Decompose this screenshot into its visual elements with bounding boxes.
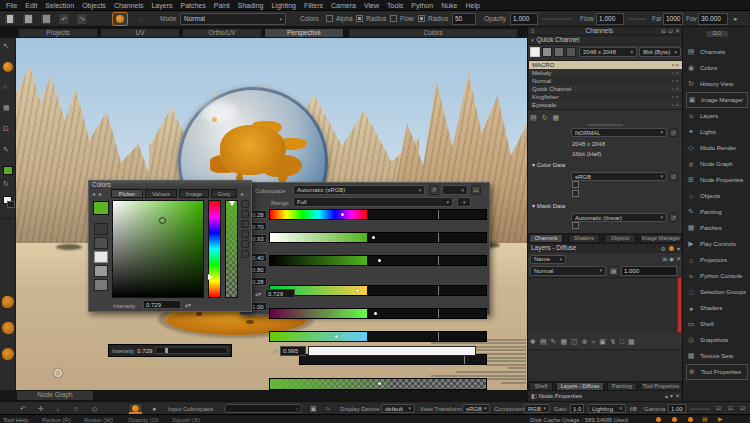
- node-props-dock-icon[interactable]: ◧: [531, 393, 537, 399]
- sidebar-item-tool-properties[interactable]: ⊕Tool Properties: [686, 364, 748, 380]
- gray-swatch-3[interactable]: [94, 251, 108, 263]
- sidebar-item-channels[interactable]: ▤Channels: [686, 44, 748, 60]
- tab-image-manager-panel[interactable]: Image Manager: [640, 234, 682, 243]
- redo-icon[interactable]: ↷: [76, 13, 88, 25]
- blend-mode-dropdown[interactable]: Normal▾: [530, 266, 606, 276]
- sidebar-item-selection-groups[interactable]: □Selection Groups: [686, 284, 748, 300]
- eraser-circle-icon[interactable]: ○: [3, 83, 7, 90]
- add-adjustment-icon[interactable]: ▤: [540, 338, 547, 345]
- g-slider[interactable]: [269, 308, 487, 319]
- node-props-close-icon[interactable]: ✕: [675, 393, 680, 399]
- add-channel-icon[interactable]: ▤: [530, 114, 537, 121]
- channel-grid-icon[interactable]: ▦: [553, 114, 560, 121]
- menu-patches[interactable]: Patches: [176, 0, 209, 11]
- tab-projects[interactable]: Projects: [18, 28, 98, 38]
- tab-layers-diffuse[interactable]: Layers - Diffuse: [556, 382, 604, 391]
- layers-filter-icon-2[interactable]: ◆: [669, 256, 674, 262]
- range-mini-dropdown[interactable]: ▾: [457, 197, 471, 207]
- status-list-icon[interactable]: ▤: [702, 416, 708, 422]
- diamond-brush-icon[interactable]: ◇: [92, 405, 97, 412]
- vector-pen-icon[interactable]: ✎: [3, 146, 9, 153]
- open-project-icon[interactable]: [22, 13, 34, 25]
- floating-intensity-handle[interactable]: [165, 348, 168, 353]
- component-dropdown[interactable]: RGB▾: [524, 404, 550, 413]
- colorspace1-reset-icon[interactable]: ↺: [669, 172, 678, 181]
- channel-row-icons[interactable]: ▪ ×: [672, 62, 679, 68]
- transform-tool-icon[interactable]: ⊡: [3, 125, 9, 132]
- node-props-up-icon[interactable]: ▴: [665, 393, 668, 399]
- tab-shaders-panel[interactable]: Shaders: [568, 234, 600, 243]
- opacity-slider[interactable]: [542, 18, 572, 20]
- s-slider[interactable]: [269, 232, 487, 243]
- soft-brush-icon[interactable]: ◌: [110, 405, 114, 412]
- channel-row[interactable]: Kingfisher▪ ×: [529, 93, 682, 101]
- colorspace-toggle-icon[interactable]: ▣: [310, 405, 317, 412]
- panel-menu-icon[interactable]: ≡: [531, 28, 535, 34]
- bottom-misc-icon-3[interactable]: ⊡: [740, 405, 745, 411]
- fg-bg-color-well[interactable]: [3, 196, 15, 208]
- menu-help[interactable]: Help: [461, 0, 483, 11]
- hue-handle[interactable]: [208, 274, 213, 280]
- floating-alpha-bar[interactable]: [308, 346, 476, 356]
- blend-options-icon[interactable]: ▦: [608, 266, 619, 276]
- paint-layer-icon[interactable]: ✎: [551, 338, 557, 345]
- alpha-strip[interactable]: [225, 200, 238, 298]
- status-orange-dot-3[interactable]: [688, 417, 693, 422]
- lock-layer-icon[interactable]: □: [620, 338, 624, 345]
- gray-swatch-4[interactable]: [94, 265, 108, 277]
- blend-amount-field[interactable]: 1.000: [621, 266, 677, 276]
- status-orange-dot-2[interactable]: [672, 417, 677, 422]
- menu-lighting[interactable]: Lighting: [267, 0, 300, 11]
- channel-row-icons[interactable]: ▪ ×: [672, 94, 679, 100]
- status-play-icon[interactable]: ▶: [718, 416, 723, 422]
- duplicate-layer-icon[interactable]: ◫: [571, 338, 578, 345]
- tab-channels-panel[interactable]: Channels: [529, 234, 563, 243]
- gain-field[interactable]: 1.0: [570, 404, 584, 413]
- panel-close-icon[interactable]: ✕: [675, 28, 680, 34]
- intensity-field[interactable]: 0.729: [143, 300, 181, 309]
- colorspace-options-icon[interactable]: ⊡: [471, 185, 481, 195]
- menu-file[interactable]: File: [2, 0, 21, 11]
- layers-menu-icon[interactable]: ▾: [677, 246, 680, 252]
- colors-tab-values[interactable]: Values: [145, 189, 177, 198]
- bottom-misc-icon-1[interactable]: ⊡: [716, 405, 721, 411]
- colors-panel-title[interactable]: Colors: [89, 181, 251, 189]
- color-swatch-current[interactable]: [93, 201, 109, 215]
- channel-swatch-4[interactable]: [566, 47, 576, 57]
- fov-field[interactable]: 30.000: [698, 13, 728, 25]
- gray-swatch-2[interactable]: [94, 237, 108, 249]
- menu-camera[interactable]: Camera: [327, 0, 360, 11]
- flow-slider[interactable]: [628, 18, 646, 20]
- sidebar-item-play-controls[interactable]: ▶Play Controls: [686, 236, 748, 252]
- sidebar-item-patches[interactable]: ▦Patches: [686, 220, 748, 236]
- merge-layer-icon[interactable]: ⊕: [582, 338, 588, 345]
- floating-alpha-field[interactable]: 0.995: [280, 346, 306, 356]
- far-field[interactable]: 1000: [663, 13, 683, 25]
- menu-channels[interactable]: Channels: [110, 0, 148, 11]
- colorspace2-dropdown[interactable]: Automatic (linear)▾: [571, 213, 667, 222]
- sidebar-item-shaders[interactable]: ●Shaders: [686, 300, 748, 316]
- sidebar-item-colors[interactable]: ◉Colors: [686, 60, 748, 76]
- flow-field[interactable]: 1.000: [596, 13, 624, 25]
- paint-tool-button[interactable]: [112, 12, 128, 26]
- tab-scroll-right-icon[interactable]: ▸: [99, 191, 102, 197]
- channel-depth-dropdown[interactable]: 8bit (Byte)▾: [639, 47, 681, 57]
- lighting-dropdown[interactable]: Lighting▾: [588, 404, 626, 413]
- sidebar-item-modo-render[interactable]: ◇Modo Render: [686, 140, 748, 156]
- tab-ortho-uv[interactable]: Ortho/UV: [182, 28, 262, 38]
- sidebar-collapse-button[interactable]: ⊡⊡: [705, 30, 729, 38]
- menu-tools[interactable]: Tools: [383, 0, 407, 11]
- channel-swatch-1[interactable]: [530, 47, 540, 57]
- picker-tool-6[interactable]: [241, 250, 249, 258]
- picker-tool-5[interactable]: [241, 240, 249, 248]
- undo-icon[interactable]: ↶: [58, 13, 70, 25]
- new-project-icon[interactable]: [4, 13, 16, 25]
- hue-strip[interactable]: [208, 200, 221, 298]
- add-mask-icon[interactable]: ▦: [560, 338, 567, 345]
- h-slider[interactable]: [269, 209, 487, 220]
- sidebar-item-image-manager[interactable]: ▣Image Manager: [686, 92, 748, 108]
- menu-paint[interactable]: Paint: [210, 0, 234, 11]
- toolbar-overflow-icon[interactable]: ▸: [734, 15, 738, 22]
- view-transform-dropdown[interactable]: sRGB▾: [462, 404, 490, 413]
- brush-preset-2[interactable]: [2, 322, 14, 334]
